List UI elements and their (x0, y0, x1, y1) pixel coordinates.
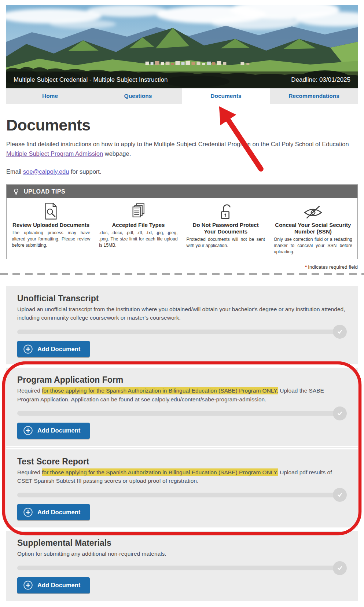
complete-check-icon (333, 325, 347, 339)
desc-prefix: Required (17, 469, 42, 475)
upload-tips-panel: UPLOAD TIPS Review Uploaded Documents Th… (6, 184, 358, 259)
section-description: Upload an unofficial transcript from the… (17, 305, 347, 322)
complete-check-icon (333, 561, 347, 575)
section-title: Program Application Form (17, 375, 347, 385)
upload-tips-body: Review Uploaded Documents The uploading … (7, 198, 357, 259)
program-admission-link[interactable]: Multiple Subject Program Admission (6, 150, 103, 157)
divider-line (6, 366, 358, 366)
complete-check-icon (333, 488, 347, 502)
desc-prefix: Required (17, 387, 42, 394)
tip-accepted-file-types: Accepted File Types .doc, .docx, .pdf, .… (99, 203, 177, 255)
support-after: for support. (69, 168, 101, 175)
section-title: Test Score Report (17, 457, 347, 467)
required-asterisk: * (305, 264, 307, 270)
lightbulb-icon (12, 188, 20, 196)
hero-title-bar: Multiple Subject Credential - Multiple S… (6, 71, 358, 88)
support-email-link[interactable]: soe@calpoly.edu (23, 168, 69, 175)
tab-documents[interactable]: Documents (182, 88, 270, 104)
add-document-label: Add Document (37, 346, 80, 353)
intro-after: webpage. (103, 150, 131, 157)
intro-before: Please find detailed instructions on how… (6, 141, 349, 147)
intro-text: Please find detailed instructions on how… (6, 139, 358, 159)
page-title: Documents (6, 116, 358, 134)
tip-text: .doc, .docx, .pdf, .rtf, .txt, .jpg, .jp… (99, 230, 177, 249)
desc-plain: Option for submitting any additional non… (17, 551, 166, 557)
upload-tips-title: UPLOAD TIPS (24, 188, 65, 195)
section-test-score-report: Test Score Report Required for those app… (6, 449, 358, 528)
section-description: Required for those applying for the Span… (17, 468, 347, 485)
file-stack-icon (99, 203, 177, 220)
add-document-button[interactable]: Add Document (17, 504, 90, 520)
tip-title: Review Uploaded Documents (12, 222, 90, 228)
deadline-label: Deadline: 03/01/2025 (291, 76, 350, 84)
tip-review-documents: Review Uploaded Documents The uploading … (12, 203, 90, 255)
divider-line (6, 448, 358, 448)
desc-highlight: for those applying for the Spanish Autho… (42, 468, 278, 476)
section-divider (6, 527, 358, 531)
application-documents-page: Multiple Subject Credential - Multiple S… (0, 0, 364, 607)
support-before: Email (6, 168, 23, 175)
tip-no-password-protect: Do Not Password Protect Your Documents P… (187, 203, 265, 255)
add-document-button[interactable]: Add Document (17, 577, 90, 593)
progress-bar (17, 411, 340, 416)
document-sections: Unofficial Transcript Upload an unoffici… (6, 286, 358, 601)
required-field-note: *Indicates required field (6, 264, 358, 270)
section-divider (6, 364, 358, 368)
program-title: Multiple Subject Credential - Multiple S… (14, 76, 168, 84)
tip-title: Accepted File Types (99, 222, 177, 228)
tip-title: Conceal Your Social Security Number (SSN… (274, 222, 352, 235)
support-text: Email soe@calpoly.edu for support. (6, 167, 358, 176)
progress-bar (17, 493, 340, 497)
dashed-divider (0, 273, 364, 275)
section-supplemental-materials: Supplemental Materials Option for submit… (6, 531, 358, 600)
section-program-application-form: Program Application Form Required for th… (6, 368, 358, 446)
add-document-label: Add Document (37, 427, 80, 434)
desc-highlight: for those applying for the Spanish Autho… (42, 387, 278, 394)
upload-progress (17, 325, 347, 339)
tab-recommendations[interactable]: Recommendations (270, 88, 358, 104)
divider-line (6, 529, 358, 529)
section-description: Required for those applying for the Span… (17, 386, 347, 404)
complete-check-icon (333, 406, 347, 420)
section-title: Supplemental Materials (17, 538, 347, 548)
tip-title: Do Not Password Protect Your Documents (187, 222, 265, 235)
tab-home[interactable]: Home (6, 88, 94, 104)
required-text: Indicates required field (308, 264, 358, 270)
plus-circle-icon (23, 426, 33, 435)
eye-slash-icon (274, 203, 352, 220)
tab-bar: Home Questions Documents Recommendations (6, 88, 358, 104)
hero: Multiple Subject Credential - Multiple S… (6, 5, 358, 88)
plus-circle-icon (23, 507, 33, 517)
section-title: Unofficial Transcript (17, 294, 347, 304)
upload-progress (17, 488, 347, 502)
desc-plain: Upload an unofficial transcript from the… (17, 306, 345, 321)
tip-text: Protected documents will not be sent wit… (187, 236, 265, 249)
section-unofficial-transcript: Unofficial Transcript Upload an unoffici… (6, 286, 358, 365)
document-magnifier-icon (12, 203, 90, 220)
plus-circle-icon (23, 344, 33, 354)
add-document-label: Add Document (37, 509, 80, 516)
tip-text: Only use correction fluid or a redacting… (274, 236, 352, 255)
add-document-button[interactable]: Add Document (17, 423, 90, 439)
upload-progress (17, 561, 347, 575)
plus-circle-icon (23, 580, 33, 590)
unlocked-padlock-icon (187, 203, 265, 220)
section-description: Option for submitting any additional non… (17, 549, 347, 558)
upload-progress (17, 406, 347, 420)
upload-tips-header: UPLOAD TIPS (7, 185, 357, 198)
section-divider (6, 446, 358, 449)
add-document-label: Add Document (37, 582, 80, 589)
tip-text: The uploading process may have altered y… (12, 230, 90, 249)
progress-bar (17, 566, 340, 570)
tip-conceal-ssn: Conceal Your Social Security Number (SSN… (274, 203, 352, 255)
tab-questions[interactable]: Questions (94, 88, 182, 104)
progress-bar (17, 330, 340, 334)
add-document-button[interactable]: Add Document (17, 341, 90, 357)
